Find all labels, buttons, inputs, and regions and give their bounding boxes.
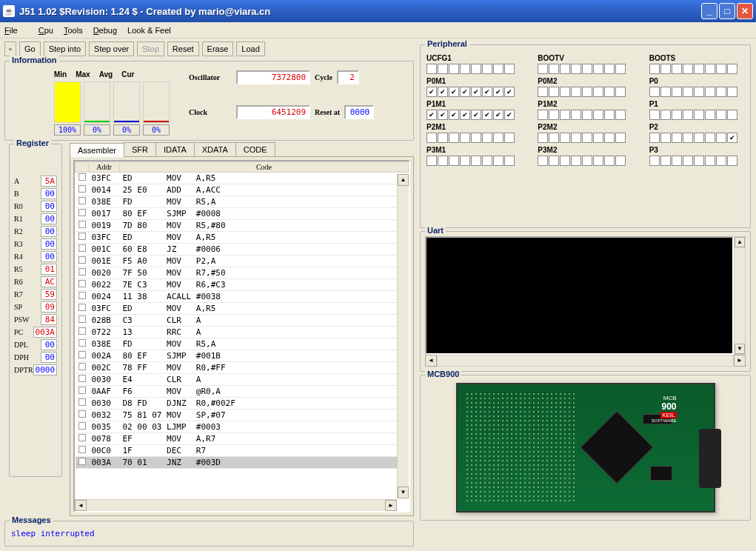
breakpoint-checkbox[interactable] [78, 244, 86, 252]
bit-checkbox[interactable] [615, 64, 626, 74]
breakpoint-checkbox[interactable] [78, 375, 86, 382]
bit-checkbox[interactable] [438, 133, 448, 143]
register-value[interactable]: 59 [41, 289, 57, 300]
bit-checkbox[interactable] [549, 87, 559, 97]
bit-checkbox[interactable] [571, 110, 581, 120]
scroll-down-icon[interactable]: ▼ [735, 344, 745, 354]
breakpoint-checkbox[interactable] [78, 185, 86, 193]
bit-checkbox[interactable] [560, 87, 570, 97]
bit-checkbox[interactable] [571, 156, 581, 166]
menu-debug[interactable]: Debug [93, 26, 117, 35]
bit-checkbox[interactable] [482, 87, 492, 97]
bit-checkbox[interactable] [716, 64, 726, 74]
breakpoint-checkbox[interactable] [78, 280, 86, 287]
bit-checkbox[interactable] [649, 87, 660, 97]
bit-checkbox[interactable] [694, 64, 704, 74]
bit-checkbox[interactable] [471, 133, 481, 143]
bit-checkbox[interactable] [582, 87, 592, 97]
bit-checkbox[interactable] [582, 64, 592, 74]
asm-row[interactable]: 038EFD MOV R5,A [76, 338, 409, 350]
bit-checkbox[interactable] [649, 156, 660, 166]
bit-checkbox[interactable] [694, 156, 704, 166]
bit-checkbox[interactable] [560, 110, 570, 120]
breakpoint-checkbox[interactable] [78, 221, 86, 228]
bit-checkbox[interactable] [571, 133, 581, 143]
bit-checkbox[interactable] [593, 156, 603, 166]
bit-checkbox[interactable] [482, 156, 492, 166]
bit-checkbox[interactable] [727, 64, 737, 74]
asm-row[interactable]: 038EFD MOV R5,A [76, 196, 409, 208]
asm-row[interactable]: 00197D 80 MOV R5,#80 [76, 220, 409, 232]
tab-sfr[interactable]: SFR [124, 142, 156, 156]
breakpoint-checkbox[interactable] [78, 256, 86, 264]
register-value[interactable]: 00 [41, 339, 57, 350]
asm-row[interactable]: 001425 E0 ADD A,ACC [76, 184, 409, 196]
bit-checkbox[interactable] [672, 156, 682, 166]
bit-checkbox[interactable] [560, 156, 570, 166]
bit-checkbox[interactable] [504, 133, 515, 143]
register-value[interactable]: 01 [41, 264, 57, 275]
bit-checkbox[interactable] [672, 110, 682, 120]
asm-row[interactable]: 00C01F DEC R7 [76, 445, 409, 457]
register-value[interactable]: 0000 [33, 364, 58, 375]
bit-checkbox[interactable] [460, 87, 470, 97]
bit-checkbox[interactable] [504, 110, 515, 120]
bit-checkbox[interactable] [549, 110, 559, 120]
breakpoint-checkbox[interactable] [78, 173, 86, 181]
bit-checkbox[interactable] [538, 156, 548, 166]
register-value[interactable]: 003A [33, 327, 58, 338]
bit-checkbox[interactable] [493, 156, 504, 166]
bit-checkbox[interactable] [460, 64, 470, 74]
bit-checkbox[interactable] [426, 133, 437, 143]
register-value[interactable]: 00 [41, 352, 57, 363]
bit-checkbox[interactable] [582, 110, 592, 120]
breakpoint-checkbox[interactable] [78, 410, 86, 418]
oscillator-value[interactable]: 7372800 [236, 70, 310, 84]
asm-row[interactable]: 003502 00 03 LJMP #0003 [76, 421, 409, 433]
bit-checkbox[interactable] [449, 133, 459, 143]
bit-checkbox[interactable] [615, 87, 626, 97]
bit-checkbox[interactable] [560, 64, 570, 74]
breakpoint-checkbox[interactable] [78, 422, 86, 430]
asm-row[interactable]: 001780 EF SJMP #0008 [76, 208, 409, 220]
asm-row[interactable]: 0078EF MOV A,R7 [76, 433, 409, 445]
tab-xdata[interactable]: XDATA [194, 142, 236, 156]
bit-checkbox[interactable] [560, 133, 570, 143]
cycle-value[interactable]: 2 [337, 70, 359, 84]
bit-checkbox[interactable] [582, 133, 592, 143]
scroll-up-icon[interactable]: ▲ [735, 237, 745, 247]
assembler-table[interactable]: Addr Code 03FCED MOV A,R5001425 E0 ADD A… [73, 160, 410, 512]
close-button[interactable]: ✕ [737, 3, 753, 19]
asm-row[interactable]: 002411 38 ACALL #0038 [76, 291, 409, 303]
bit-checkbox[interactable] [504, 156, 515, 166]
breakpoint-checkbox[interactable] [78, 387, 86, 394]
register-value[interactable]: 84 [41, 314, 57, 325]
breakpoint-checkbox[interactable] [78, 292, 86, 299]
scroll-left-icon[interactable]: ◄ [75, 500, 87, 511]
bit-checkbox[interactable] [649, 133, 660, 143]
bit-checkbox[interactable] [493, 133, 504, 143]
bit-checkbox[interactable] [705, 64, 715, 74]
register-value[interactable]: 00 [41, 213, 57, 224]
bit-checkbox[interactable] [471, 87, 481, 97]
bit-checkbox[interactable] [449, 87, 459, 97]
bit-checkbox[interactable] [604, 87, 615, 97]
bit-checkbox[interactable] [538, 110, 548, 120]
asm-hscroll[interactable]: ◄ ► [75, 499, 397, 511]
maximize-button[interactable]: □ [719, 3, 735, 19]
asm-row[interactable]: 028BC3 CLR A [76, 315, 409, 327]
register-value[interactable]: 09 [41, 301, 57, 313]
bit-checkbox[interactable] [493, 110, 504, 120]
bit-checkbox[interactable] [705, 133, 715, 143]
bit-checkbox[interactable] [604, 133, 615, 143]
breakpoint-checkbox[interactable] [78, 315, 86, 323]
bit-checkbox[interactable] [593, 87, 603, 97]
breakpoint-checkbox[interactable] [78, 304, 86, 311]
go-button[interactable]: Go [19, 41, 41, 56]
bit-checkbox[interactable] [471, 156, 481, 166]
breakpoint-checkbox[interactable] [78, 339, 86, 347]
step-over-button[interactable]: Step over [89, 41, 134, 56]
breakpoint-checkbox[interactable] [78, 351, 86, 358]
bit-checkbox[interactable] [538, 133, 548, 143]
bit-checkbox[interactable] [727, 156, 737, 166]
